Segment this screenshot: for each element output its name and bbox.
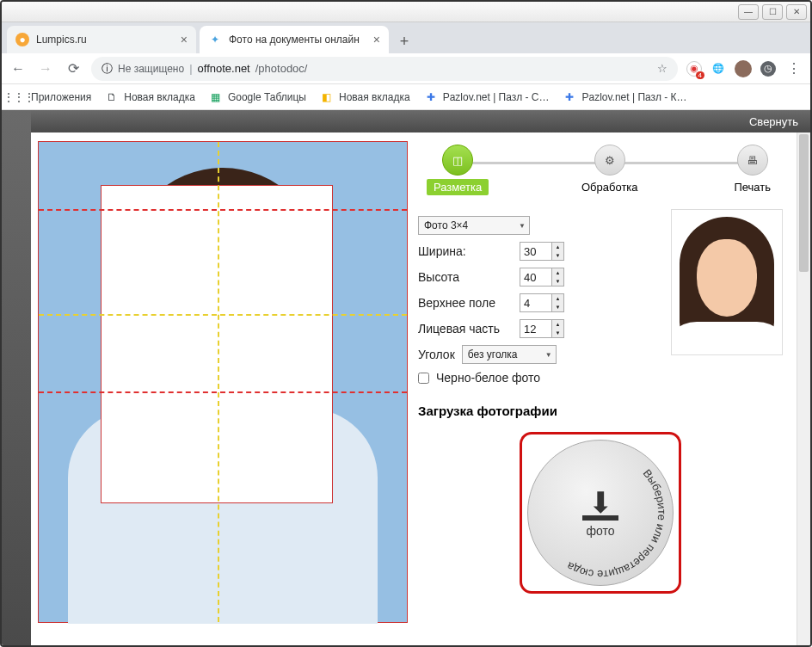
photo-preview: [671, 209, 783, 355]
scrollbar-thumb[interactable]: [799, 134, 809, 272]
photo-canvas[interactable]: [38, 141, 408, 623]
apps-icon: ⋮⋮⋮: [12, 90, 26, 104]
page-icon: 🗋: [105, 90, 119, 104]
address-bar[interactable]: ⓘ Не защищено | offnote.net/photodoc/ ☆: [91, 57, 678, 81]
puzzle-icon: ✚: [563, 90, 576, 104]
crop-icon: ◫: [442, 145, 473, 176]
top-margin-input[interactable]: 4▲▼: [520, 293, 564, 312]
guide-vertical-center[interactable]: [218, 142, 219, 622]
window-minimize-button[interactable]: —: [738, 4, 759, 20]
face-part-input[interactable]: 12▲▼: [520, 319, 564, 338]
tab-favicon-icon: ●: [15, 33, 29, 46]
browser-tab-active[interactable]: ✦ Фото на документы онлайн ×: [200, 26, 389, 53]
bookmark-label: Приложения: [31, 91, 91, 103]
bookmark-item[interactable]: 🗋Новая вкладка: [105, 90, 195, 104]
spin-down-icon[interactable]: ▼: [551, 329, 563, 337]
workspace: Фото на документы: [31, 132, 810, 647]
forward-button[interactable]: →: [36, 59, 55, 78]
guide-eyes[interactable]: [39, 314, 407, 316]
step-label: Печать: [730, 179, 774, 195]
upload-dropzone[interactable]: Выберите или перетащите сюда ⬇ фото: [527, 440, 674, 586]
window-maximize-button[interactable]: ☐: [762, 4, 783, 20]
photo-editor: Фото на документы: [31, 132, 409, 647]
height-label: Высота: [418, 270, 513, 284]
height-input[interactable]: 40▲▼: [520, 268, 564, 287]
corner-label: Уголок: [418, 348, 455, 361]
spin-up-icon[interactable]: ▲: [551, 294, 563, 303]
upload-arc-text: Выберите или перетащите сюда: [528, 441, 673, 585]
bookmark-label: Google Таблицы: [228, 91, 306, 103]
tab-favicon-icon: ✦: [208, 33, 222, 46]
corner-select[interactable]: без уголка: [462, 345, 557, 364]
step-print[interactable]: 🖶 Печать: [730, 145, 774, 195]
collapse-bar[interactable]: Свернуть: [31, 110, 810, 132]
bookmark-label: Pazlov.net | Пазл - С…: [443, 91, 550, 103]
bw-checkbox[interactable]: [418, 373, 429, 384]
spin-up-icon[interactable]: ▲: [551, 320, 563, 329]
extension-abp-icon[interactable]: ◉4: [686, 61, 702, 77]
profile-avatar[interactable]: [735, 60, 752, 77]
page-content: Свернуть Фото на документы: [2, 110, 810, 647]
security-icon: ⓘ: [102, 61, 113, 77]
main-area: Свернуть Фото на документы: [31, 110, 810, 647]
sheets-icon: ▦: [209, 90, 223, 104]
bookmark-item[interactable]: ✚Pazlov.net | Пазл - С…: [424, 90, 550, 104]
guide-top[interactable]: [39, 209, 407, 211]
face-part-label: Лицевая часть: [418, 322, 513, 336]
bookmark-item[interactable]: ✚Pazlov.net | Пазл - К…: [563, 90, 686, 104]
step-processing[interactable]: ⚙ Обработка: [578, 145, 642, 195]
settings-form: Фото 3×4 Ширина:30▲▼ Высота40▲▼ Верхнее …: [418, 209, 661, 391]
extension-icons: ◉4 🌐 ◷ ⋮: [686, 59, 803, 78]
spin-up-icon[interactable]: ▲: [551, 268, 563, 277]
bookmark-apps[interactable]: ⋮⋮⋮Приложения: [12, 90, 91, 104]
browser-tabstrip: ● Lumpics.ru × ✦ Фото на документы онлай…: [2, 22, 810, 53]
spin-down-icon[interactable]: ▼: [551, 303, 563, 311]
browser-tab[interactable]: ● Lumpics.ru ×: [7, 26, 196, 53]
width-input[interactable]: 30▲▼: [520, 242, 564, 261]
printer-icon: 🖶: [737, 145, 768, 176]
preview-shirt: [671, 322, 783, 355]
tab-close-icon[interactable]: ×: [181, 33, 188, 46]
step-label: Обработка: [578, 179, 642, 195]
step-label: Разметка: [427, 179, 489, 195]
bw-label: Черно-белое фото: [436, 371, 540, 385]
bookmark-item[interactable]: ◧Новая вкладка: [320, 90, 410, 104]
crop-frame[interactable]: [101, 185, 333, 503]
bookmark-item[interactable]: ▦Google Таблицы: [209, 90, 306, 104]
bookmark-label: Новая вкладка: [124, 91, 195, 103]
back-button[interactable]: ←: [9, 59, 28, 78]
spin-down-icon[interactable]: ▼: [551, 251, 563, 260]
upload-section-title: Загрузка фотографии: [418, 404, 783, 418]
top-margin-label: Верхнее поле: [418, 296, 513, 310]
step-markup[interactable]: ◫ Разметка: [427, 145, 489, 195]
spin-down-icon[interactable]: ▼: [551, 277, 563, 286]
window-titlebar: — ☐ ✕: [2, 2, 810, 22]
spin-up-icon[interactable]: ▲: [551, 243, 563, 251]
width-label: Ширина:: [418, 244, 513, 258]
security-status-text: Не защищено: [118, 63, 184, 75]
browser-menu-button[interactable]: ⋮: [784, 59, 803, 78]
extension-globe-icon[interactable]: 🌐: [710, 61, 726, 77]
bookmark-star-icon[interactable]: ☆: [657, 62, 667, 75]
preset-select[interactable]: Фото 3×4: [418, 216, 530, 235]
svg-text:Выберите или перетащите сюда: Выберите или перетащите сюда: [564, 466, 669, 581]
bookmark-label: Pazlov.net | Пазл - К…: [581, 91, 686, 103]
preview-face: [697, 239, 757, 317]
browser-toolbar: ← → ⟳ ⓘ Не защищено | offnote.net/photod…: [2, 53, 810, 84]
collapse-label: Свернуть: [749, 115, 798, 128]
bookmarks-bar: ⋮⋮⋮Приложения 🗋Новая вкладка ▦Google Таб…: [2, 84, 810, 110]
tab-close-icon[interactable]: ×: [373, 33, 380, 46]
new-tab-button[interactable]: +: [392, 29, 416, 53]
address-host: offnote.net: [198, 62, 250, 75]
upload-highlight: Выберите или перетащите сюда ⬇ фото: [520, 432, 681, 594]
vertical-scrollbar[interactable]: [797, 132, 810, 647]
window-close-button[interactable]: ✕: [786, 4, 807, 20]
bookmark-label: Новая вкладка: [339, 91, 410, 103]
left-gutter: [2, 110, 31, 647]
address-separator: |: [189, 62, 192, 75]
reload-button[interactable]: ⟳: [64, 59, 83, 78]
wizard-steps: ◫ Разметка ⚙ Обработка 🖶 Печать: [418, 141, 783, 200]
extension-compass-icon[interactable]: ◷: [760, 61, 776, 77]
guide-chin[interactable]: [39, 391, 407, 393]
address-path: /photodoc/: [255, 62, 308, 75]
